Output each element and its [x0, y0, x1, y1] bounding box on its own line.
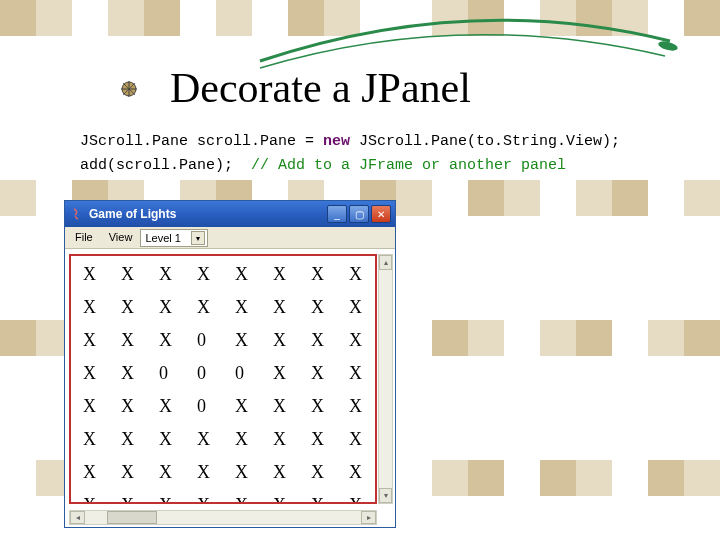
scroll-down-button[interactable]: ▾: [379, 488, 392, 503]
scroll-track[interactable]: [157, 511, 361, 524]
maximize-button[interactable]: ▢: [349, 205, 369, 223]
grid-cell[interactable]: X: [267, 429, 305, 462]
grid-cell[interactable]: X: [229, 495, 267, 504]
grid-cell[interactable]: X: [77, 363, 115, 396]
grid-cell[interactable]: X: [191, 495, 229, 504]
grid-cell[interactable]: X: [267, 363, 305, 396]
grid-cell[interactable]: X: [305, 429, 343, 462]
grid-cell[interactable]: X: [153, 330, 191, 363]
arrow-right-icon: ▸: [367, 513, 371, 522]
grid-cell[interactable]: X: [229, 264, 267, 297]
header-bullet-icon: [120, 80, 138, 98]
grid-cell[interactable]: X: [343, 462, 377, 495]
grid-cell[interactable]: X: [77, 264, 115, 297]
grid-cell[interactable]: X: [305, 264, 343, 297]
grid-cell[interactable]: X: [153, 297, 191, 330]
grid-cell[interactable]: X: [305, 297, 343, 330]
grid-cell[interactable]: 0: [229, 363, 267, 396]
grid-cell[interactable]: X: [77, 396, 115, 429]
grid-cell[interactable]: X: [229, 297, 267, 330]
grid-cell[interactable]: X: [229, 396, 267, 429]
grid-cell[interactable]: X: [115, 330, 153, 363]
game-panel: XXXXXXXXXXXXXXXXXXX0XXXXXX000XXXXXX0XXXX…: [69, 254, 377, 504]
grid-cell[interactable]: X: [115, 429, 153, 462]
titlebar[interactable]: Game of Lights _ ▢ ✕: [65, 201, 395, 227]
grid-cell[interactable]: 0: [191, 363, 229, 396]
grid-cell[interactable]: X: [77, 462, 115, 495]
grid-cell[interactable]: X: [153, 264, 191, 297]
close-button[interactable]: ✕: [371, 205, 391, 223]
scroll-pane: XXXXXXXXXXXXXXXXXXX0XXXXXX000XXXXXX0XXXX…: [65, 249, 395, 527]
arrow-left-icon: ◂: [76, 513, 80, 522]
code-text: JScroll.Pane scroll.Pane =: [80, 133, 323, 150]
grid-cell[interactable]: X: [191, 429, 229, 462]
game-grid: XXXXXXXXXXXXXXXXXXX0XXXXXX000XXXXXX0XXXX…: [71, 256, 375, 504]
grid-cell[interactable]: X: [343, 363, 377, 396]
level-dropdown[interactable]: Level 1 ▾: [140, 229, 207, 247]
grid-cell[interactable]: 0: [191, 330, 229, 363]
grid-cell[interactable]: X: [305, 396, 343, 429]
grid-cell[interactable]: X: [77, 429, 115, 462]
code-keyword: new: [323, 133, 350, 150]
grid-cell[interactable]: X: [115, 462, 153, 495]
menu-file[interactable]: File: [67, 227, 101, 248]
grid-cell[interactable]: X: [191, 264, 229, 297]
grid-cell[interactable]: X: [115, 396, 153, 429]
grid-cell[interactable]: X: [267, 462, 305, 495]
code-text: JScroll.Pane(to.String.View);: [350, 133, 620, 150]
grid-cell[interactable]: X: [115, 495, 153, 504]
grid-cell[interactable]: X: [115, 264, 153, 297]
grid-cell[interactable]: 0: [191, 396, 229, 429]
code-comment: // Add to a JFrame or another panel: [251, 157, 566, 174]
grid-cell[interactable]: X: [343, 330, 377, 363]
grid-cell[interactable]: X: [153, 396, 191, 429]
grid-cell[interactable]: X: [77, 330, 115, 363]
scroll-right-button[interactable]: ▸: [361, 511, 376, 524]
slide-header: Decorate a JPanel: [170, 64, 471, 112]
grid-cell[interactable]: X: [77, 495, 115, 504]
arrow-up-icon: ▴: [384, 258, 388, 267]
grid-cell[interactable]: X: [343, 396, 377, 429]
horizontal-scrollbar[interactable]: ◂ ▸: [69, 510, 377, 525]
grid-cell[interactable]: 0: [153, 363, 191, 396]
grid-cell[interactable]: X: [115, 363, 153, 396]
grid-cell[interactable]: X: [267, 264, 305, 297]
grid-cell[interactable]: X: [115, 297, 153, 330]
menubar: File View Level 1 ▾: [65, 227, 395, 249]
arrow-down-icon: ▾: [384, 491, 388, 500]
grid-cell[interactable]: X: [229, 330, 267, 363]
grid-cell[interactable]: X: [229, 462, 267, 495]
grid-cell[interactable]: X: [229, 429, 267, 462]
vertical-scrollbar[interactable]: ▴ ▾: [378, 254, 393, 504]
grid-cell[interactable]: X: [343, 264, 377, 297]
grid-cell[interactable]: X: [267, 495, 305, 504]
grid-cell[interactable]: X: [267, 330, 305, 363]
grid-cell[interactable]: X: [77, 297, 115, 330]
grid-cell[interactable]: X: [305, 495, 343, 504]
scroll-left-button[interactable]: ◂: [70, 511, 85, 524]
app-window: Game of Lights _ ▢ ✕ File View Level 1 ▾…: [64, 200, 396, 528]
code-snippet: JScroll.Pane scroll.Pane = new JScroll.P…: [80, 130, 620, 178]
scroll-thumb[interactable]: [107, 511, 157, 524]
grid-cell[interactable]: X: [343, 297, 377, 330]
grid-cell[interactable]: X: [305, 363, 343, 396]
grid-cell[interactable]: X: [153, 495, 191, 504]
scroll-track[interactable]: [379, 270, 392, 488]
grid-cell[interactable]: X: [153, 462, 191, 495]
java-icon: [69, 206, 85, 222]
grid-cell[interactable]: X: [191, 462, 229, 495]
slide-title: Decorate a JPanel: [170, 64, 471, 112]
scroll-up-button[interactable]: ▴: [379, 255, 392, 270]
grid-cell[interactable]: X: [267, 396, 305, 429]
grid-cell[interactable]: X: [305, 330, 343, 363]
grid-cell[interactable]: X: [153, 429, 191, 462]
grid-cell[interactable]: X: [343, 429, 377, 462]
maximize-icon: ▢: [355, 209, 364, 220]
grid-cell[interactable]: X: [267, 297, 305, 330]
menu-view[interactable]: View: [101, 227, 141, 248]
grid-cell[interactable]: X: [305, 462, 343, 495]
grid-cell[interactable]: X: [343, 495, 377, 504]
chevron-down-icon: ▾: [191, 231, 205, 245]
grid-cell[interactable]: X: [191, 297, 229, 330]
minimize-button[interactable]: _: [327, 205, 347, 223]
